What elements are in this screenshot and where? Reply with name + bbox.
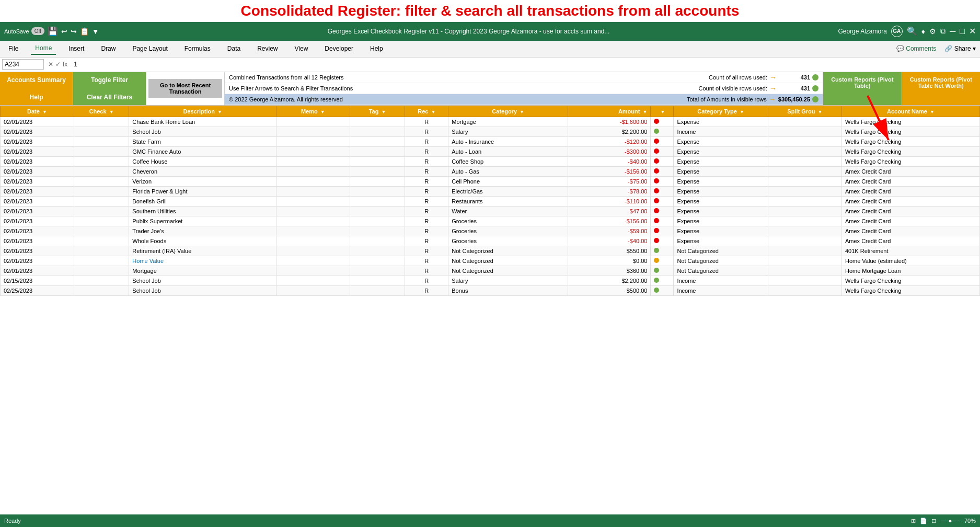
- count-all-value: 431: [779, 74, 810, 81]
- header-category-type[interactable]: Category Type ▼: [674, 106, 768, 117]
- switch-window-icon[interactable]: ⧉: [940, 27, 946, 36]
- comments-button[interactable]: 💬 Comments: [896, 45, 936, 52]
- close-icon[interactable]: ✕: [969, 26, 976, 36]
- cell-check: [74, 246, 129, 256]
- help-button[interactable]: Help: [0, 89, 73, 105]
- cell-date: 02/01/2023: [1, 236, 74, 246]
- cell-rec: R: [405, 266, 448, 276]
- cell-rec: R: [405, 146, 448, 156]
- tab-file[interactable]: File: [4, 43, 22, 54]
- tab-page-layout[interactable]: Page Layout: [128, 43, 171, 54]
- cell-split: [768, 256, 841, 266]
- cell-account: Wells Fargo Checking: [841, 117, 979, 127]
- cell-memo: [276, 156, 350, 166]
- cell-check: [74, 226, 129, 236]
- insert-function-icon[interactable]: fx: [63, 61, 67, 68]
- header-tag[interactable]: Tag ▼: [350, 106, 405, 117]
- cell-split: [768, 127, 841, 136]
- transaction-table-container[interactable]: Date ▼ Check ▼ Description ▼ Memo ▼ Tag …: [0, 106, 980, 484]
- header-memo[interactable]: Memo ▼: [276, 106, 350, 117]
- cell-split: [768, 276, 841, 285]
- cell-memo: [276, 127, 350, 136]
- settings-icon[interactable]: ⚙: [929, 27, 936, 36]
- share-button[interactable]: 🔗 Share ▾: [944, 45, 976, 52]
- header-amount-extra[interactable]: ▼: [651, 106, 674, 117]
- cell-split: [768, 196, 841, 206]
- search-icon[interactable]: 🔍: [907, 26, 917, 36]
- goto-recent-button[interactable]: Go to Most Recent Transaction: [148, 79, 222, 98]
- tab-data[interactable]: Data: [223, 43, 245, 54]
- tab-formulas[interactable]: Formulas: [180, 43, 215, 54]
- table-row: 02/01/2023 Florida Power & Light R Elect…: [1, 186, 980, 196]
- cell-date: 02/01/2023: [1, 266, 74, 276]
- cell-split: [768, 176, 841, 186]
- autosave-toggle[interactable]: Off: [31, 27, 44, 35]
- cell-account: Wells Fargo Checking: [841, 276, 979, 285]
- cell-memo: [276, 216, 350, 226]
- cell-check: [74, 146, 129, 156]
- cell-date: 02/01/2023: [1, 186, 74, 196]
- cell-category: Restaurants: [448, 196, 568, 206]
- status-dot-2: [812, 85, 818, 91]
- cell-category-type: Expense: [674, 206, 768, 216]
- cell-category: Mortgage: [448, 117, 568, 127]
- cell-reference[interactable]: [2, 59, 44, 70]
- cell-memo: [276, 285, 350, 295]
- table-row: 02/01/2023 Chase Bank Home Loan R Mortga…: [1, 117, 980, 127]
- clear-filters-button[interactable]: Clear All Filters: [73, 89, 146, 105]
- cell-category: Salary: [448, 276, 568, 285]
- cell-check: [74, 256, 129, 266]
- cell-rec: R: [405, 226, 448, 236]
- more-icon[interactable]: ▼: [92, 27, 99, 36]
- header-rec[interactable]: Rec ▼: [405, 106, 448, 117]
- custom-pivot-button[interactable]: Custom Reports (Pivot Table): [823, 72, 902, 105]
- cell-category-type: Expense: [674, 196, 768, 206]
- header-amount[interactable]: Amount ▼: [568, 106, 651, 117]
- header-account-name[interactable]: Account Name ▼: [841, 106, 979, 117]
- tab-developer[interactable]: Developer: [320, 43, 358, 54]
- clipboard-icon[interactable]: 📋: [80, 27, 89, 36]
- redo-icon[interactable]: ↪: [71, 27, 77, 36]
- diamond-icon[interactable]: ♦: [921, 27, 925, 36]
- minimize-icon[interactable]: ─: [950, 27, 955, 36]
- header-split-group[interactable]: Split Grou ▼: [768, 106, 841, 117]
- save-icon[interactable]: 💾: [48, 26, 58, 36]
- formula-input[interactable]: [72, 60, 978, 69]
- header-date[interactable]: Date ▼: [1, 106, 74, 117]
- cell-split: [768, 216, 841, 226]
- cell-split: [768, 206, 841, 216]
- restore-icon[interactable]: □: [960, 27, 965, 36]
- cell-category-type: Not Categorized: [674, 246, 768, 256]
- cell-dot: [651, 256, 674, 266]
- cell-rec: R: [405, 166, 448, 176]
- tab-draw[interactable]: Draw: [97, 43, 120, 54]
- info-row-2: Use Filter Arrows to Search & Filter Tra…: [225, 83, 823, 94]
- cancel-formula-icon[interactable]: ✕: [48, 61, 53, 68]
- tab-home[interactable]: Home: [31, 42, 56, 55]
- table-row: 02/01/2023 Retirement (IRA) Value R Not …: [1, 246, 980, 256]
- accounts-summary-button[interactable]: Accounts Summary: [0, 72, 73, 89]
- header-category[interactable]: Category ▼: [448, 106, 568, 117]
- user-avatar: GA: [891, 26, 903, 37]
- header-description[interactable]: Description ▼: [129, 106, 276, 117]
- cell-description: Retirement (IRA) Value: [129, 246, 276, 256]
- tab-view[interactable]: View: [291, 43, 313, 54]
- cell-amount: -$40.00: [568, 236, 651, 246]
- toggle-filter-button[interactable]: Toggle Filter: [73, 72, 146, 89]
- tab-review[interactable]: Review: [253, 43, 282, 54]
- cell-tag: [350, 285, 405, 295]
- table-row: 02/01/2023 Publix Supermarket R Grocerie…: [1, 216, 980, 226]
- cell-split: [768, 236, 841, 246]
- tab-help[interactable]: Help: [366, 43, 387, 54]
- tab-insert[interactable]: Insert: [64, 43, 88, 54]
- cell-account: Amex Credit Card: [841, 236, 979, 246]
- custom-pivot-net-button[interactable]: Custom Reports (Pivot Table Net Worth): [902, 72, 981, 105]
- header-check[interactable]: Check ▼: [74, 106, 129, 117]
- cell-split: [768, 285, 841, 295]
- cell-amount: -$300.00: [568, 146, 651, 156]
- cell-date: 02/01/2023: [1, 156, 74, 166]
- cell-amount: $2,200.00: [568, 127, 651, 136]
- undo-icon[interactable]: ↩: [61, 27, 67, 36]
- cell-split: [768, 226, 841, 236]
- confirm-formula-icon[interactable]: ✓: [55, 61, 61, 68]
